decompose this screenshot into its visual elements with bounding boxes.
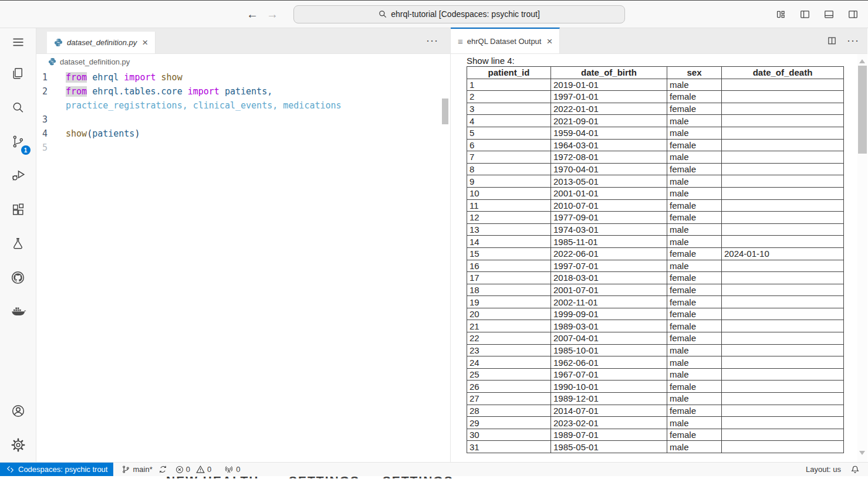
table-row: 71972-08-01male [467,151,844,164]
clipped-text-left: NEW HEALTH [166,476,259,478]
back-button[interactable]: ← [246,8,258,20]
table-cell [722,308,844,320]
status-bar: Codespaces: psychic trout main* [0,462,868,476]
code-line[interactable]: 5 [36,141,450,155]
table-cell: male [667,393,722,405]
table-cell: 1989-07-01 [551,429,667,441]
sidebar-item-docker[interactable] [0,294,36,328]
toggle-secondary-sidebar-icon[interactable] [846,7,860,21]
code-line[interactable]: 4show(patients) [36,127,450,141]
table-row: 12019-01-01male [467,79,844,91]
table-cell: 25 [467,368,551,381]
toggle-primary-sidebar-icon[interactable] [798,7,812,21]
table-cell [722,151,844,164]
table-cell: 1974-03-01 [551,223,667,236]
table-row: 251967-07-01male [467,368,844,381]
table-row: 211989-03-01female [467,320,844,332]
tab-close-icon[interactable]: × [141,38,149,47]
branch-indicator[interactable]: main* [121,465,167,474]
sidebar-item-extensions[interactable] [0,192,36,226]
code-line[interactable]: 3 [36,113,450,127]
table-cell: male [667,236,722,248]
table-cell: male [667,115,722,127]
accounts-button[interactable] [0,394,36,428]
sidebar-item-search[interactable] [0,90,36,124]
ports-indicator[interactable]: 0 [224,465,240,474]
table-row: 271989-12-01male [467,393,844,405]
sidebar-item-explorer[interactable] [0,56,36,90]
table-row: 51959-04-01male [467,127,844,139]
table-cell [722,284,844,296]
breadcrumb[interactable]: dataset_definition.py [36,54,450,69]
tab-label: dataset_definition.py [67,38,137,47]
layout-controls [774,1,860,28]
settings-button[interactable] [0,428,36,462]
table-cell: 2019-01-01 [551,79,667,91]
editor-group-right: ≡ ehrQL Dataset Output × ··· Show line 4… [451,28,867,462]
webview-scrollbar[interactable] [857,54,867,462]
table-cell [722,79,844,91]
problems-indicator[interactable]: 0 0 [175,465,211,474]
table-row: 152022-06-01female2024-01-10 [467,247,844,260]
panel-more-actions[interactable]: ··· [847,35,859,47]
branch-label: main* [133,465,152,474]
menu-button[interactable] [0,28,36,56]
scroll-up-icon[interactable] [859,59,865,63]
code-line[interactable]: 2from ehrql.tables.core import patients, [36,84,450,98]
command-center[interactable]: ehrql-tutorial [Codespaces: psychic trou… [293,5,625,23]
table-cell [722,429,844,441]
table-cell: female [667,163,722,175]
table-cell: 1 [467,79,551,91]
table-cell: 2022-01-01 [551,103,667,115]
sidebar-item-source-control[interactable]: 1 [0,124,36,158]
sync-icon[interactable] [158,465,167,474]
table-cell: female [667,91,722,103]
customize-layout-icon[interactable] [774,7,788,21]
toggle-panel-icon[interactable] [822,7,836,21]
table-cell: 29 [467,417,551,429]
code-line[interactable]: 1from ehrql import show [36,70,450,84]
table-cell: 27 [467,393,551,405]
tab-close-icon[interactable]: × [545,36,553,46]
table-cell: 1989-12-01 [551,393,667,405]
keyboard-layout-indicator[interactable]: Layout: us [806,465,841,474]
scroll-down-icon[interactable] [859,451,865,455]
table-cell [722,272,844,284]
activity-bar: 1 [0,28,36,462]
table-cell: male [667,344,722,356]
remote-indicator[interactable]: Codespaces: psychic trout [0,463,113,476]
table-cell [722,296,844,308]
table-cell [722,91,844,103]
preview-icon: ≡ [458,36,463,46]
editor-more-actions[interactable]: ··· [426,35,438,47]
table-cell: 6 [467,139,551,151]
notifications-bell-icon[interactable] [850,465,860,474]
table-cell [722,103,844,115]
sidebar-item-run-debug[interactable] [0,158,36,192]
table-cell [722,139,844,151]
code-editor[interactable]: 1from ehrql import show2from ehrql.table… [36,69,450,155]
table-cell: 2001-01-01 [551,187,667,199]
tab-dataset-definition[interactable]: dataset_definition.py × [47,32,156,53]
table-cell: 11 [467,199,551,212]
table-cell: 5 [467,127,551,139]
sidebar-item-testing[interactable] [0,226,36,260]
sidebar-item-github[interactable] [0,260,36,294]
tab-ehrql-dataset-output[interactable]: ≡ ehrQL Dataset Output × [451,28,560,53]
forward-button[interactable]: → [266,8,278,20]
table-cell: 1985-10-01 [551,344,667,356]
table-row: 201999-09-01female [467,308,844,320]
split-editor-icon[interactable] [825,34,839,48]
table-row: 311985-05-01male [467,441,844,453]
tab-bar-right: ≡ ehrQL Dataset Output × ··· [451,28,867,54]
table-cell: 2022-06-01 [551,247,667,260]
table-row: 231985-10-01male [467,344,844,356]
table-row: 172018-03-01female [467,272,844,284]
table-cell [722,417,844,429]
code-line[interactable]: practice_registrations, clinical_events,… [36,98,450,113]
python-file-icon [54,38,63,47]
editor-scrollbar[interactable] [442,98,448,124]
scrollbar-thumb[interactable] [858,66,867,154]
tab-label: ehrQL Dataset Output [467,37,542,46]
table-cell: 2023-02-01 [551,417,667,429]
